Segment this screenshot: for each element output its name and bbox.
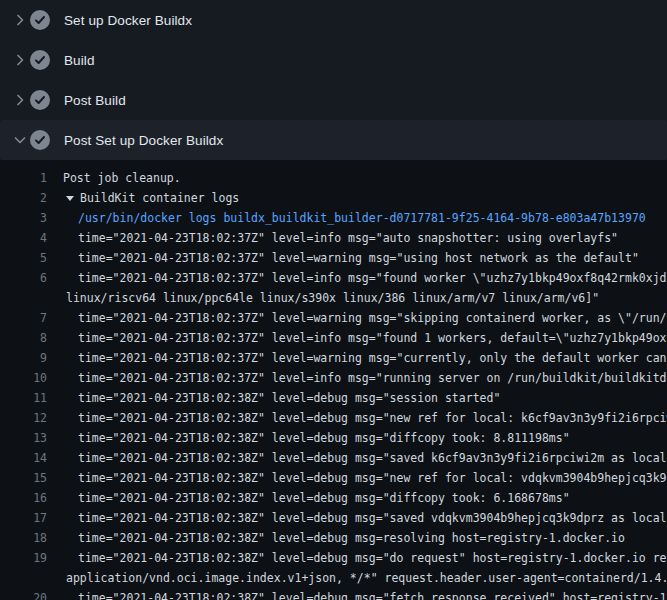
log-line-number[interactable]: 5 bbox=[0, 248, 47, 268]
check-circle-icon bbox=[30, 50, 50, 70]
log-line: 19time="2021-04-23T18:02:38Z" level=debu… bbox=[0, 548, 667, 568]
log-line: 14time="2021-04-23T18:02:38Z" level=debu… bbox=[0, 448, 667, 468]
log-line-text: time="2021-04-23T18:02:37Z" level=info m… bbox=[78, 328, 667, 348]
log-line-text: time="2021-04-23T18:02:38Z" level=debug … bbox=[78, 468, 667, 488]
step-title: Post Build bbox=[64, 93, 126, 108]
log-line-number[interactable]: 14 bbox=[0, 448, 47, 468]
log-line-text: linux/riscv64 linux/ppc64le linux/s390x … bbox=[66, 288, 599, 308]
log-line-text: time="2021-04-23T18:02:38Z" level=debug … bbox=[78, 428, 570, 448]
log-line-text: time="2021-04-23T18:02:37Z" level=warnin… bbox=[78, 308, 667, 328]
step-title: Post Set up Docker Buildx bbox=[64, 133, 223, 148]
log-line: 12time="2021-04-23T18:02:38Z" level=debu… bbox=[0, 408, 667, 428]
log-line-number[interactable]: 8 bbox=[0, 328, 47, 348]
chevron-right-icon[interactable] bbox=[12, 92, 28, 108]
log-line-number[interactable]: 20 bbox=[0, 588, 47, 600]
log-line: 15time="2021-04-23T18:02:38Z" level=debu… bbox=[0, 468, 667, 488]
log-line: 1Post job cleanup. bbox=[0, 168, 667, 188]
chevron-right-icon[interactable] bbox=[12, 52, 28, 68]
log-line-text: time="2021-04-23T18:02:38Z" level=debug … bbox=[78, 448, 667, 468]
step-row-build[interactable]: Build bbox=[0, 40, 667, 80]
step-row-post-set-up-docker-buildx[interactable]: Post Set up Docker Buildx bbox=[0, 120, 667, 160]
chevron-down-icon[interactable] bbox=[12, 132, 28, 148]
log-line: 18time="2021-04-23T18:02:38Z" level=debu… bbox=[0, 528, 667, 548]
log-group-row[interactable]: 2BuildKit container logs bbox=[0, 188, 667, 208]
log-line-number[interactable]: 18 bbox=[0, 528, 47, 548]
log-line: 20time="2021-04-23T18:02:38Z" level=debu… bbox=[0, 588, 667, 600]
triangle-down-icon[interactable] bbox=[66, 196, 74, 201]
log-line-number[interactable]: 1 bbox=[0, 168, 47, 188]
log-line-text: time="2021-04-23T18:02:37Z" level=info m… bbox=[78, 368, 667, 388]
log-line: 11time="2021-04-23T18:02:38Z" level=debu… bbox=[0, 388, 667, 408]
log-line: 13time="2021-04-23T18:02:38Z" level=debu… bbox=[0, 428, 667, 448]
log-line-text: time="2021-04-23T18:02:38Z" level=debug … bbox=[78, 588, 667, 600]
log-line: 3/usr/bin/docker logs buildx_buildkit_bu… bbox=[0, 208, 667, 228]
log-line: 6time="2021-04-23T18:02:37Z" level=info … bbox=[0, 268, 667, 288]
log-line-number[interactable]: 6 bbox=[0, 268, 47, 288]
log-line-number[interactable]: 4 bbox=[0, 228, 47, 248]
log-line: application/vnd.oci.image.index.v1+json,… bbox=[0, 568, 667, 588]
log-line-number[interactable]: 13 bbox=[0, 428, 47, 448]
log-line-text: time="2021-04-23T18:02:38Z" level=debug … bbox=[78, 488, 570, 508]
log-line: 4time="2021-04-23T18:02:37Z" level=info … bbox=[0, 228, 667, 248]
log-line-text: time="2021-04-23T18:02:37Z" level=warnin… bbox=[78, 248, 639, 268]
log-group-content[interactable]: BuildKit container logs bbox=[66, 188, 239, 208]
log-group-label: BuildKit container logs bbox=[80, 191, 239, 205]
log-line-text: Post job cleanup. bbox=[63, 168, 181, 188]
log-line-text: time="2021-04-23T18:02:38Z" level=debug … bbox=[78, 528, 625, 548]
step-title: Build bbox=[64, 53, 95, 68]
log-line-text: time="2021-04-23T18:02:38Z" level=debug … bbox=[78, 408, 667, 428]
step-row-set-up-docker-buildx[interactable]: Set up Docker Buildx bbox=[0, 0, 667, 40]
log-line: 17time="2021-04-23T18:02:38Z" level=debu… bbox=[0, 508, 667, 528]
log-line-number[interactable]: 2 bbox=[0, 188, 47, 208]
log-line-number[interactable]: 15 bbox=[0, 468, 47, 488]
log-line: 5time="2021-04-23T18:02:37Z" level=warni… bbox=[0, 248, 667, 268]
log-line-text: application/vnd.oci.image.index.v1+json,… bbox=[66, 568, 667, 588]
log-line-number[interactable]: 10 bbox=[0, 368, 47, 388]
steps-list: Set up Docker BuildxBuildPost BuildPost … bbox=[0, 0, 667, 160]
log-pane: 1Post job cleanup.2BuildKit container lo… bbox=[0, 160, 667, 600]
log-line-number[interactable]: 19 bbox=[0, 548, 47, 568]
log-line: 10time="2021-04-23T18:02:37Z" level=info… bbox=[0, 368, 667, 388]
chevron-right-icon[interactable] bbox=[12, 12, 28, 28]
log-line-number[interactable]: 16 bbox=[0, 488, 47, 508]
log-line-number bbox=[0, 288, 47, 308]
log-line-text: time="2021-04-23T18:02:37Z" level=warnin… bbox=[78, 348, 667, 368]
log-line-text: time="2021-04-23T18:02:37Z" level=info m… bbox=[78, 268, 667, 288]
log-line-number[interactable]: 12 bbox=[0, 408, 47, 428]
log-line-text: time="2021-04-23T18:02:38Z" level=debug … bbox=[78, 388, 500, 408]
log-line-number bbox=[0, 568, 47, 588]
step-title: Set up Docker Buildx bbox=[64, 13, 192, 28]
log-line-number[interactable]: 9 bbox=[0, 348, 47, 368]
check-circle-icon bbox=[30, 10, 50, 30]
log-line-text: time="2021-04-23T18:02:37Z" level=info m… bbox=[78, 228, 618, 248]
log-line: 16time="2021-04-23T18:02:38Z" level=debu… bbox=[0, 488, 667, 508]
step-row-post-build[interactable]: Post Build bbox=[0, 80, 667, 120]
log-line-text: time="2021-04-23T18:02:38Z" level=debug … bbox=[78, 508, 667, 528]
log-line-number[interactable]: 7 bbox=[0, 308, 47, 328]
log-line-number[interactable]: 11 bbox=[0, 388, 47, 408]
log-line-text: time="2021-04-23T18:02:38Z" level=debug … bbox=[78, 548, 667, 568]
log-line-number[interactable]: 3 bbox=[0, 208, 47, 228]
log-line: 9time="2021-04-23T18:02:37Z" level=warni… bbox=[0, 348, 667, 368]
log-line-number[interactable]: 17 bbox=[0, 508, 47, 528]
log-line: 8time="2021-04-23T18:02:37Z" level=info … bbox=[0, 328, 667, 348]
log-command-text: /usr/bin/docker logs buildx_buildkit_bui… bbox=[78, 208, 646, 228]
check-circle-icon bbox=[30, 90, 50, 110]
check-circle-icon bbox=[30, 130, 50, 150]
log-line: 7time="2021-04-23T18:02:37Z" level=warni… bbox=[0, 308, 667, 328]
log-line: linux/riscv64 linux/ppc64le linux/s390x … bbox=[0, 288, 667, 308]
